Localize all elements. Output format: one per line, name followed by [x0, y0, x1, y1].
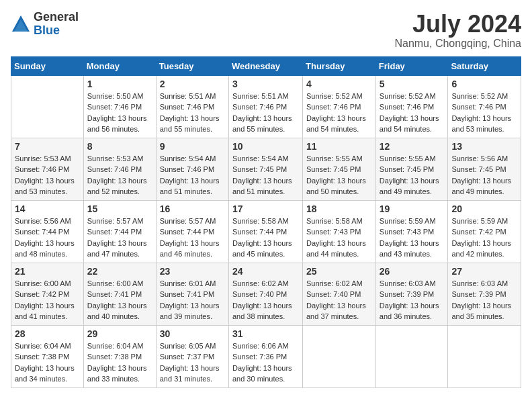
day-info: Sunrise: 5:56 AMSunset: 7:44 PMDaylight:… [15, 216, 80, 260]
day-number: 9 [160, 141, 225, 152]
day-info: Sunrise: 5:52 AMSunset: 7:46 PMDaylight:… [306, 91, 372, 135]
day-number: 27 [451, 266, 517, 277]
col-saturday: Saturday [448, 56, 521, 75]
day-info: Sunrise: 5:55 AMSunset: 7:45 PMDaylight:… [306, 153, 372, 197]
day-info: Sunrise: 5:58 AMSunset: 7:43 PMDaylight:… [306, 216, 372, 260]
day-info: Sunrise: 6:04 AMSunset: 7:38 PMDaylight:… [87, 340, 152, 385]
calendar-cell: 3Sunrise: 5:51 AMSunset: 7:46 PMDaylight… [228, 75, 302, 138]
day-info: Sunrise: 5:59 AMSunset: 7:43 PMDaylight:… [380, 216, 445, 260]
day-number: 19 [380, 203, 445, 214]
calendar-cell: 10Sunrise: 5:54 AMSunset: 7:45 PMDayligh… [228, 138, 302, 200]
calendar-cell [11, 75, 84, 138]
col-friday: Friday [375, 56, 448, 75]
day-info: Sunrise: 5:55 AMSunset: 7:45 PMDaylight:… [380, 153, 445, 197]
day-number: 16 [160, 203, 225, 214]
day-number: 1 [87, 79, 152, 89]
day-number: 12 [380, 141, 445, 152]
day-number: 14 [15, 203, 80, 214]
day-info: Sunrise: 6:03 AMSunset: 7:39 PMDaylight:… [380, 278, 445, 322]
day-info: Sunrise: 6:04 AMSunset: 7:38 PMDaylight:… [15, 340, 80, 385]
day-info: Sunrise: 6:05 AMSunset: 7:37 PMDaylight:… [160, 340, 225, 385]
day-info: Sunrise: 6:02 AMSunset: 7:40 PMDaylight:… [232, 278, 299, 322]
day-number: 5 [380, 79, 445, 89]
day-info: Sunrise: 6:02 AMSunset: 7:40 PMDaylight:… [306, 278, 372, 322]
day-info: Sunrise: 5:58 AMSunset: 7:44 PMDaylight:… [232, 216, 299, 260]
calendar-cell: 28Sunrise: 6:04 AMSunset: 7:38 PMDayligh… [11, 325, 84, 387]
col-sunday: Sunday [11, 56, 84, 75]
calendar-cell: 14Sunrise: 5:56 AMSunset: 7:44 PMDayligh… [11, 200, 84, 263]
calendar-cell: 22Sunrise: 6:00 AMSunset: 7:41 PMDayligh… [83, 263, 156, 325]
calendar-cell [303, 325, 376, 387]
calendar-cell: 18Sunrise: 5:58 AMSunset: 7:43 PMDayligh… [303, 200, 376, 263]
day-number: 30 [160, 328, 225, 339]
day-info: Sunrise: 6:01 AMSunset: 7:41 PMDaylight:… [160, 278, 225, 322]
day-info: Sunrise: 5:53 AMSunset: 7:46 PMDaylight:… [15, 153, 80, 197]
day-number: 29 [87, 328, 152, 339]
col-monday: Monday [83, 56, 156, 75]
day-number: 17 [232, 203, 299, 214]
calendar-cell: 8Sunrise: 5:53 AMSunset: 7:46 PMDaylight… [83, 138, 156, 200]
calendar-cell: 29Sunrise: 6:04 AMSunset: 7:38 PMDayligh… [83, 325, 156, 387]
calendar-cell: 17Sunrise: 5:58 AMSunset: 7:44 PMDayligh… [228, 200, 302, 263]
calendar-cell: 23Sunrise: 6:01 AMSunset: 7:41 PMDayligh… [156, 263, 228, 325]
calendar-week-row: 28Sunrise: 6:04 AMSunset: 7:38 PMDayligh… [11, 325, 521, 387]
day-info: Sunrise: 5:52 AMSunset: 7:46 PMDaylight:… [380, 91, 445, 135]
logo-blue: Blue [34, 24, 79, 38]
day-info: Sunrise: 5:57 AMSunset: 7:44 PMDaylight:… [160, 216, 225, 260]
calendar-table: Sunday Monday Tuesday Wednesday Thursday… [11, 56, 521, 388]
calendar-cell: 19Sunrise: 5:59 AMSunset: 7:43 PMDayligh… [375, 200, 448, 263]
header-row: Sunday Monday Tuesday Wednesday Thursday… [11, 56, 521, 75]
day-info: Sunrise: 5:59 AMSunset: 7:42 PMDaylight:… [451, 216, 517, 260]
day-info: Sunrise: 6:00 AMSunset: 7:41 PMDaylight:… [87, 278, 152, 322]
day-info: Sunrise: 6:03 AMSunset: 7:39 PMDaylight:… [451, 278, 517, 322]
day-number: 8 [87, 141, 152, 152]
day-number: 21 [15, 266, 80, 277]
day-number: 11 [306, 141, 372, 152]
day-number: 25 [306, 266, 372, 277]
day-number: 6 [451, 79, 517, 89]
day-info: Sunrise: 5:54 AMSunset: 7:46 PMDaylight:… [160, 153, 225, 197]
day-info: Sunrise: 5:56 AMSunset: 7:45 PMDaylight:… [451, 153, 517, 197]
calendar-cell: 9Sunrise: 5:54 AMSunset: 7:46 PMDaylight… [156, 138, 228, 200]
day-number: 22 [87, 266, 152, 277]
day-number: 28 [15, 328, 80, 339]
day-number: 23 [160, 266, 225, 277]
calendar-week-row: 14Sunrise: 5:56 AMSunset: 7:44 PMDayligh… [11, 200, 521, 263]
calendar-cell: 24Sunrise: 6:02 AMSunset: 7:40 PMDayligh… [228, 263, 302, 325]
logo-icon [11, 14, 31, 34]
calendar-cell: 1Sunrise: 5:50 AMSunset: 7:46 PMDaylight… [83, 75, 156, 138]
calendar-cell: 13Sunrise: 5:56 AMSunset: 7:45 PMDayligh… [448, 138, 521, 200]
day-info: Sunrise: 5:52 AMSunset: 7:46 PMDaylight:… [451, 91, 517, 135]
day-info: Sunrise: 6:06 AMSunset: 7:36 PMDaylight:… [232, 340, 299, 385]
calendar-cell: 4Sunrise: 5:52 AMSunset: 7:46 PMDaylight… [303, 75, 376, 138]
calendar-cell: 27Sunrise: 6:03 AMSunset: 7:39 PMDayligh… [448, 263, 521, 325]
logo-text: General Blue [34, 11, 79, 38]
day-info: Sunrise: 5:51 AMSunset: 7:46 PMDaylight:… [160, 91, 225, 135]
day-info: Sunrise: 5:53 AMSunset: 7:46 PMDaylight:… [87, 153, 152, 197]
logo: General Blue [11, 11, 79, 38]
col-wednesday: Wednesday [228, 56, 302, 75]
calendar-cell: 7Sunrise: 5:53 AMSunset: 7:46 PMDaylight… [11, 138, 84, 200]
day-number: 10 [232, 141, 299, 152]
calendar-cell: 31Sunrise: 6:06 AMSunset: 7:36 PMDayligh… [228, 325, 302, 387]
title-block: July 2024 Nanmu, Chongqing, China [394, 11, 521, 50]
day-number: 18 [306, 203, 372, 214]
calendar-cell: 20Sunrise: 5:59 AMSunset: 7:42 PMDayligh… [448, 200, 521, 263]
location-subtitle: Nanmu, Chongqing, China [394, 38, 521, 50]
calendar-week-row: 7Sunrise: 5:53 AMSunset: 7:46 PMDaylight… [11, 138, 521, 200]
day-number: 3 [232, 79, 299, 89]
day-number: 20 [451, 203, 517, 214]
day-number: 26 [380, 266, 445, 277]
calendar-cell: 2Sunrise: 5:51 AMSunset: 7:46 PMDaylight… [156, 75, 228, 138]
calendar-week-row: 1Sunrise: 5:50 AMSunset: 7:46 PMDaylight… [11, 75, 521, 138]
day-number: 13 [451, 141, 517, 152]
day-number: 24 [232, 266, 299, 277]
day-info: Sunrise: 5:57 AMSunset: 7:44 PMDaylight:… [87, 216, 152, 260]
day-info: Sunrise: 6:00 AMSunset: 7:42 PMDaylight:… [15, 278, 80, 322]
calendar-week-row: 21Sunrise: 6:00 AMSunset: 7:42 PMDayligh… [11, 263, 521, 325]
page-header: General Blue July 2024 Nanmu, Chongqing,… [11, 11, 521, 50]
day-number: 15 [87, 203, 152, 214]
day-number: 7 [15, 141, 80, 152]
calendar-cell: 30Sunrise: 6:05 AMSunset: 7:37 PMDayligh… [156, 325, 228, 387]
calendar-cell: 12Sunrise: 5:55 AMSunset: 7:45 PMDayligh… [375, 138, 448, 200]
